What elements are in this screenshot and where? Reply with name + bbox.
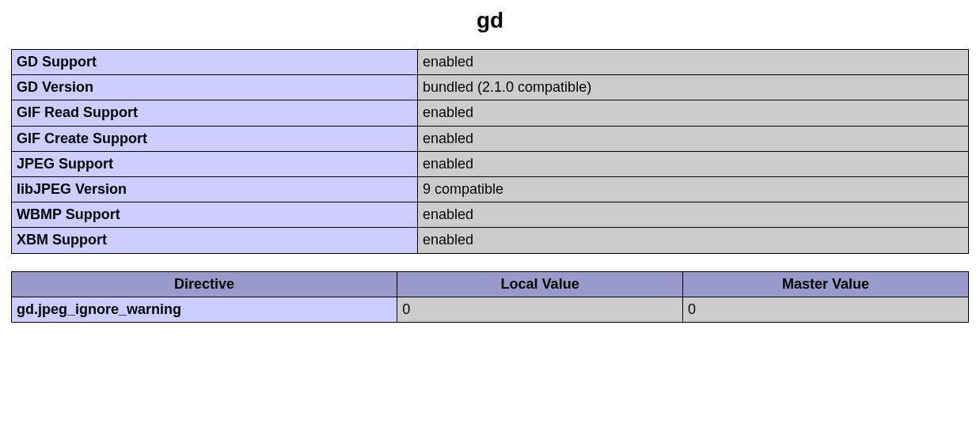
info-value: enabled [418,228,969,253]
local-value-header: Local Value [397,271,683,297]
table-row: GD Support enabled [12,50,969,75]
info-value: 9 compatible [418,176,969,202]
info-label: GD Version [12,75,418,100]
table-row: libJPEG Version 9 compatible [12,176,969,202]
section-title: gd [11,8,969,33]
directive-master-value: 0 [683,297,969,322]
info-value: enabled [418,100,969,126]
directive-table: Directive Local Value Master Value gd.jp… [11,271,969,323]
info-label: GD Support [12,50,418,75]
table-row: XBM Support enabled [12,228,969,253]
directive-header: Directive [12,271,397,297]
info-label: WBMP Support [12,202,418,228]
table-row: JPEG Support enabled [12,151,969,176]
info-label: libJPEG Version [12,176,418,202]
table-row: GD Version bundled (2.1.0 compatible) [12,75,969,100]
info-value: enabled [418,151,969,176]
master-value-header: Master Value [683,271,969,297]
directive-local-value: 0 [397,297,683,322]
info-value: enabled [418,202,969,228]
info-value: bundled (2.1.0 compatible) [418,75,969,100]
info-label: JPEG Support [12,151,418,176]
table-row: GIF Read Support enabled [12,100,969,126]
info-label: GIF Read Support [12,100,418,126]
info-table: GD Support enabled GD Version bundled (2… [11,49,969,254]
table-row: gd.jpeg_ignore_warning 0 0 [12,297,969,322]
info-label: XBM Support [12,228,418,253]
directive-name: gd.jpeg_ignore_warning [12,297,397,322]
table-row: WBMP Support enabled [12,202,969,228]
info-label: GIF Create Support [12,126,418,151]
info-value: enabled [418,50,969,75]
info-value: enabled [418,126,969,151]
table-row: GIF Create Support enabled [12,126,969,151]
